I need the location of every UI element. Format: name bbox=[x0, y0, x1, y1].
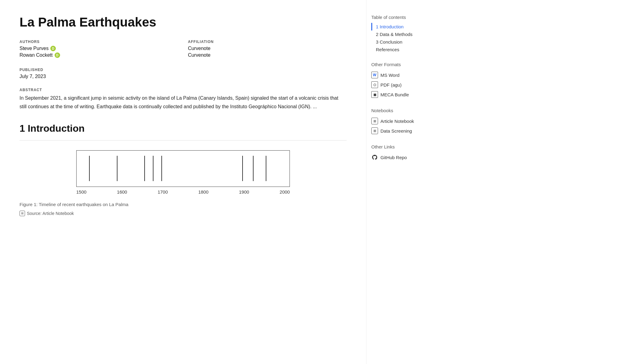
timeline-tick-2 bbox=[117, 156, 117, 181]
orcid-badge-2[interactable]: D bbox=[55, 52, 60, 58]
toc-list: 1 Introduction 2 Data & Methods 3 Conclu… bbox=[371, 23, 438, 53]
other-links-section: Other Links GitHub Repo bbox=[371, 144, 438, 162]
x-label-2000: 2000 bbox=[280, 189, 290, 194]
toc-item-references[interactable]: References bbox=[371, 46, 438, 53]
meca-icon: ▦ bbox=[371, 91, 378, 98]
author-2: Rowan Cockett D bbox=[20, 52, 178, 58]
meta-grid: AUTHORS Steve Purves D Rowan Cockett D A… bbox=[20, 40, 347, 59]
affiliation-column: AFFILIATION Curvenote Curvenote bbox=[188, 40, 347, 59]
orcid-badge-1[interactable]: D bbox=[50, 46, 56, 51]
x-label-1700: 1700 bbox=[158, 189, 168, 194]
timeline-tick-4 bbox=[153, 156, 153, 181]
timeline-tick-6 bbox=[242, 156, 243, 181]
notebooks-label: Notebooks bbox=[371, 108, 438, 113]
timeline-x-axis: 1500 1600 1700 1800 1900 2000 bbox=[76, 187, 290, 197]
published-label: PUBLISHED bbox=[20, 68, 347, 72]
figure-source: ⊞ Source: Article Notebook bbox=[20, 211, 347, 216]
timeline-tick-1 bbox=[89, 156, 90, 181]
notebook-icon-source: ⊞ bbox=[20, 211, 25, 216]
abstract-section: ABSTRACT In September 2021, a significan… bbox=[20, 88, 347, 110]
format-msword[interactable]: W MS Word bbox=[371, 70, 438, 80]
authors-column: AUTHORS Steve Purves D Rowan Cockett D bbox=[20, 40, 178, 59]
other-formats-section: Other Formats W MS Word ⬡ PDF (agu) ▦ ME… bbox=[371, 62, 438, 99]
main-content: La Palma Earthquakes AUTHORS Steve Purve… bbox=[0, 0, 366, 364]
msword-icon: W bbox=[371, 72, 378, 78]
timeline-tick-7 bbox=[253, 156, 254, 181]
x-label-1600: 1600 bbox=[117, 189, 127, 194]
x-label-1900: 1900 bbox=[239, 189, 249, 194]
timeline-chart bbox=[76, 150, 290, 187]
page-title: La Palma Earthquakes bbox=[20, 15, 347, 30]
toc-item-conclusion[interactable]: 3 Conclusion bbox=[371, 38, 438, 46]
abstract-label: ABSTRACT bbox=[20, 88, 347, 92]
x-label-1500: 1500 bbox=[76, 189, 86, 194]
figure-caption: Figure 1: Timeline of recent earthquakes… bbox=[20, 202, 347, 207]
format-pdf[interactable]: ⬡ PDF (agu) bbox=[371, 80, 438, 90]
data-screening-icon: ⊞ bbox=[371, 127, 378, 134]
github-icon bbox=[371, 154, 378, 161]
timeline-tick-3 bbox=[144, 156, 145, 181]
toc-item-data-methods[interactable]: 2 Data & Methods bbox=[371, 30, 438, 38]
affiliation-1: Curvenote bbox=[188, 46, 347, 51]
timeline-tick-8 bbox=[266, 156, 266, 181]
toc-section: Table of contents 1 Introduction 2 Data … bbox=[371, 15, 438, 53]
format-meca[interactable]: ▦ MECA Bundle bbox=[371, 90, 438, 99]
sidebar: Table of contents 1 Introduction 2 Data … bbox=[366, 0, 445, 364]
article-notebook-icon: ⊞ bbox=[371, 118, 378, 124]
section-divider bbox=[20, 140, 347, 141]
notebook-article[interactable]: ⊞ Article Notebook bbox=[371, 116, 438, 126]
figure-container: 1500 1600 1700 1800 1900 2000 bbox=[76, 150, 290, 197]
affiliation-2: Curvenote bbox=[188, 52, 347, 58]
pdf-icon: ⬡ bbox=[371, 81, 378, 88]
other-formats-label: Other Formats bbox=[371, 62, 438, 67]
abstract-text: In September 2021, a significant jump in… bbox=[20, 94, 347, 110]
published-date: July 7, 2023 bbox=[20, 74, 347, 79]
affiliation-label: AFFILIATION bbox=[188, 40, 347, 44]
x-label-1800: 1800 bbox=[198, 189, 208, 194]
author-1: Steve Purves D bbox=[20, 46, 178, 51]
timeline-tick-5 bbox=[161, 156, 162, 181]
other-links-label: Other Links bbox=[371, 144, 438, 149]
github-repo-link[interactable]: GitHub Repo bbox=[371, 152, 438, 162]
notebooks-section: Notebooks ⊞ Article Notebook ⊞ Data Scre… bbox=[371, 108, 438, 136]
authors-label: AUTHORS bbox=[20, 40, 178, 44]
toc-label: Table of contents bbox=[371, 15, 438, 20]
published-section: PUBLISHED July 7, 2023 bbox=[20, 68, 347, 79]
section-1-heading: 1 Introduction bbox=[20, 123, 347, 134]
toc-item-introduction[interactable]: 1 Introduction bbox=[371, 23, 438, 30]
notebook-data-screening[interactable]: ⊞ Data Screening bbox=[371, 126, 438, 136]
